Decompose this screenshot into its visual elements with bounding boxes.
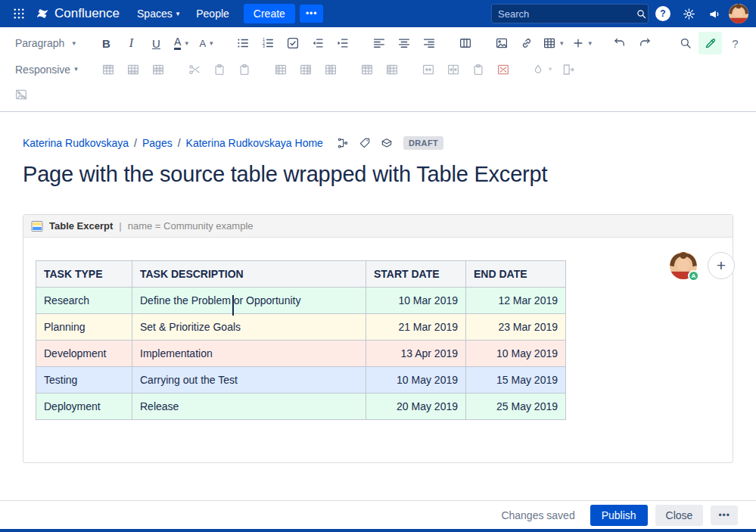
nav-people[interactable]: People — [189, 4, 236, 23]
task-table: TASK TYPETASK DESCRIPTIONSTART DATEEND D… — [36, 260, 566, 420]
editor-help-button[interactable]: ? — [723, 32, 747, 54]
feedback-button[interactable] — [703, 3, 726, 24]
copy-table-icon — [471, 63, 485, 76]
page-layout-button[interactable] — [453, 32, 477, 54]
align-center-button[interactable] — [392, 32, 415, 54]
table-cell[interactable]: Planning — [36, 314, 132, 341]
column-header[interactable]: START DATE — [366, 261, 466, 288]
insert-row-below-icon — [126, 63, 140, 76]
search-box[interactable] — [491, 4, 649, 23]
numbered-list-button[interactable]: 123 — [256, 32, 279, 54]
table-cell[interactable]: 10 Mar 2019 — [366, 288, 466, 314]
editor-assist-button[interactable] — [698, 32, 722, 54]
editor-help-icon: ? — [732, 38, 738, 49]
find-replace-icon — [679, 36, 692, 50]
breadcrumb-pages[interactable]: Pages — [142, 137, 173, 149]
user-avatar[interactable] — [729, 4, 748, 23]
table-cell[interactable]: 20 May 2019 — [366, 394, 466, 420]
insert-link-button[interactable] — [515, 32, 538, 54]
table-cell[interactable]: 10 May 2019 — [366, 367, 466, 394]
breadcrumb-space[interactable]: Katerina Rudkovskaya — [23, 137, 129, 149]
table-cell[interactable]: 10 May 2019 — [466, 341, 566, 367]
insert-files-button[interactable] — [490, 32, 513, 54]
presence-badge: A — [688, 270, 699, 282]
breadcrumb-home[interactable]: Katerina Rudkovskaya Home — [186, 137, 323, 149]
toolbar-separator — [258, 69, 268, 70]
confluence-logo[interactable]: Confluence — [33, 6, 127, 21]
outdent-button[interactable] — [306, 32, 329, 54]
restrictions-icon — [381, 137, 393, 149]
help-button[interactable]: ? — [652, 3, 674, 24]
table-cell[interactable]: Release — [132, 394, 366, 420]
close-button[interactable]: Close — [655, 505, 704, 526]
table-cell[interactable]: 21 Mar 2019 — [366, 314, 466, 341]
publish-button[interactable]: Publish — [590, 505, 648, 526]
column-header[interactable]: TASK DESCRIPTION — [132, 261, 366, 288]
insert-table-button[interactable]: ▾ — [540, 32, 567, 54]
table-cell[interactable]: Define the Problem or Opportunity — [132, 288, 366, 314]
app-switcher-button[interactable] — [8, 3, 30, 24]
insert-row-below-button — [122, 58, 145, 81]
underline-button[interactable]: U — [145, 32, 168, 54]
find-replace-button[interactable] — [674, 32, 697, 54]
paste-row-icon — [238, 63, 251, 76]
table-cell[interactable]: 13 Apr 2019 — [366, 341, 466, 367]
redo-button[interactable] — [633, 32, 656, 54]
toolbar-separator — [356, 43, 366, 44]
editing-user-avatar[interactable]: A — [670, 252, 697, 279]
bullet-list-button[interactable] — [231, 32, 254, 54]
labels-icon — [359, 137, 371, 149]
settings-button[interactable] — [677, 3, 700, 24]
macro-header[interactable]: Table Excerpt | name = Community example — [23, 215, 733, 238]
table-cell[interactable]: Implementation — [132, 341, 366, 367]
table-cell[interactable]: 25 May 2019 — [466, 394, 566, 420]
create-button[interactable]: Create — [244, 4, 295, 23]
table-cell[interactable]: Carrying out the Test — [132, 367, 366, 394]
cut-row-button — [183, 58, 207, 81]
table-display-dropdown[interactable]: Responsive▾ — [9, 58, 84, 81]
table-cell[interactable]: 12 Mar 2019 — [466, 288, 566, 314]
text-style-dropdown[interactable]: Paragraph▾ — [9, 32, 82, 54]
nav-more-button[interactable]: ••• — [300, 5, 324, 23]
bold-button[interactable]: B — [95, 32, 118, 54]
table-cell[interactable]: Deployment — [36, 394, 132, 420]
app-switcher-icon — [12, 7, 26, 20]
column-header[interactable]: TASK TYPE — [36, 261, 132, 288]
align-right-button[interactable] — [417, 32, 440, 54]
nav-spaces[interactable]: Spaces ▾ — [130, 4, 186, 23]
table-cell[interactable]: Research — [36, 288, 132, 314]
media-toolbar — [9, 82, 747, 107]
undo-button[interactable] — [608, 32, 631, 54]
toolbar-separator — [442, 43, 452, 44]
page-editor: Katerina Rudkovskaya / Pages / Katerina … — [0, 135, 756, 463]
italic-button[interactable]: I — [120, 32, 143, 54]
chevron-down-icon: ▾ — [549, 66, 552, 73]
task-list-button[interactable] — [281, 32, 304, 54]
more-formatting-button[interactable]: A▾ — [194, 32, 218, 54]
table-row: TestingCarrying out the Test10 May 20191… — [36, 367, 566, 394]
svg-text:3: 3 — [262, 44, 264, 48]
invite-editor-button[interactable]: + — [708, 252, 735, 279]
align-left-button[interactable] — [367, 32, 390, 54]
text-color-button[interactable]: A▾ — [170, 32, 193, 54]
column-header[interactable]: END DATE — [466, 261, 566, 288]
table-cell[interactable]: 15 May 2019 — [466, 367, 566, 394]
text-color-icon: A — [174, 36, 181, 50]
table-cell[interactable]: Development — [36, 341, 132, 367]
chevron-down-icon: ▾ — [74, 66, 78, 73]
indent-button[interactable] — [331, 32, 354, 54]
table-cell[interactable]: Set & Prioritize Goals — [132, 314, 366, 341]
restrictions-button[interactable] — [379, 135, 394, 151]
page-tree-button[interactable] — [335, 135, 350, 151]
header-row-toggle-icon — [360, 63, 374, 76]
labels-button[interactable] — [357, 135, 372, 151]
insert-more-button[interactable]: ▾ — [568, 32, 596, 54]
footer-more-button[interactable]: ••• — [711, 506, 738, 525]
table-excerpt-macro[interactable]: Table Excerpt | name = Community example… — [23, 214, 733, 463]
delete-table-button — [492, 58, 515, 81]
copy-table-button — [467, 58, 490, 81]
table-cell[interactable]: Testing — [36, 367, 132, 394]
search-input[interactable] — [498, 8, 631, 20]
page-title[interactable]: Page with the source table wrapped with … — [23, 162, 733, 187]
table-cell[interactable]: 23 Mar 2019 — [466, 314, 566, 341]
